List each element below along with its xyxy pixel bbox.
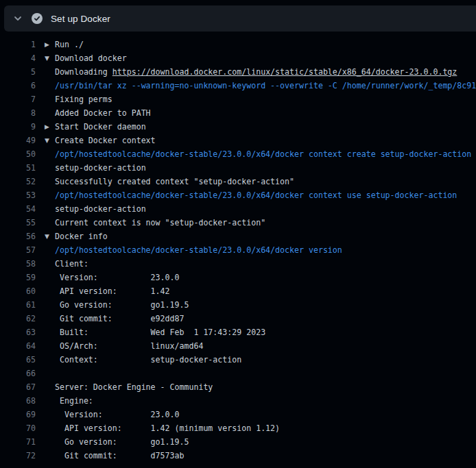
log-line: 66	[0, 367, 476, 380]
log-line: 71 Go version: go1.19.5	[0, 435, 476, 449]
line-number[interactable]: 54	[0, 202, 36, 216]
log-line: 8Added Docker to PATH	[0, 106, 476, 120]
log-text-segment: OS/Arch: linux/amd64	[55, 341, 203, 351]
log-line: 50/opt/hostedtoolcache/docker-stable/23.…	[0, 147, 476, 161]
log-text-segment: API version: 1.42	[55, 286, 170, 296]
log-group-row[interactable]: 56▼Docker info	[0, 230, 476, 243]
log-text: Download docker	[55, 53, 127, 63]
log-text-segment: /opt/hostedtoolcache/docker-stable/23.0.…	[55, 190, 457, 200]
log-text-segment: Start Docker daemon	[55, 122, 146, 132]
log-text-segment: setup-docker-action	[55, 163, 146, 173]
line-number[interactable]: 63	[0, 325, 36, 339]
log-line: 68 Engine:	[0, 394, 476, 408]
log-text: Version: 23.0.0	[55, 410, 179, 419]
line-number[interactable]: 64	[0, 339, 36, 353]
line-number[interactable]: 62	[0, 312, 36, 325]
log-line: 62 Git commit: e92dd87	[0, 312, 476, 325]
line-number[interactable]: 49	[0, 134, 36, 147]
line-number[interactable]: 9	[0, 120, 36, 134]
log-text-segment: Current context is now "setup-docker-act…	[55, 218, 265, 227]
log-text-segment: Downloading	[55, 67, 112, 77]
log-text: Context: setup-docker-action	[55, 355, 241, 365]
log-line: 67Server: Docker Engine - Community	[0, 380, 476, 394]
log-line: 63 Built: Wed Feb 1 17:43:29 2023	[0, 325, 476, 339]
log-text: Engine:	[55, 396, 93, 406]
line-number[interactable]: 7	[0, 93, 36, 106]
log-text-segment: Download docker	[55, 53, 127, 63]
log-text-segment: /opt/hostedtoolcache/docker-stable/23.0.…	[55, 149, 476, 159]
line-number[interactable]: 58	[0, 257, 36, 271]
log-text: Built: Wed Feb 1 17:43:29 2023	[55, 328, 265, 337]
line-number[interactable]: 68	[0, 394, 36, 408]
line-number[interactable]: 59	[0, 271, 36, 284]
log-line: 51setup-docker-action	[0, 161, 476, 175]
log-text-segment: Context: setup-docker-action	[55, 355, 241, 365]
log-text-segment: Engine:	[55, 396, 93, 406]
log-text-segment: setup-docker-action	[55, 204, 146, 214]
line-number[interactable]: 67	[0, 380, 36, 394]
log-text: Downloading https://download.docker.com/…	[55, 67, 457, 77]
log-text-segment: Fixing perms	[55, 95, 112, 104]
log-text: Go version: go1.19.5	[55, 300, 189, 310]
line-number[interactable]: 66	[0, 367, 36, 380]
log-line: 69 Version: 23.0.0	[0, 408, 476, 421]
log-line: 55Current context is now "setup-docker-a…	[0, 216, 476, 230]
line-number[interactable]: 72	[0, 449, 36, 463]
log-group-row[interactable]: 49▼Create Docker context	[0, 134, 476, 147]
log-link[interactable]: https://download.docker.com/linux/static…	[112, 67, 457, 77]
step-header[interactable]: Set up Docker	[4, 5, 476, 32]
log-text-segment: API version: 1.42 (minimum version 1.12)	[55, 423, 280, 433]
log-text: Version: 23.0.0	[55, 273, 179, 282]
log-text-segment: Version: 23.0.0	[55, 410, 179, 419]
triangle-down-icon: ▼	[45, 51, 49, 65]
chevron-down-icon[interactable]	[12, 13, 23, 24]
log-text: setup-docker-action	[55, 204, 146, 214]
log-group-row[interactable]: 4▼Download docker	[0, 51, 476, 65]
log-line: 6/usr/bin/tar xz --warning=no-unknown-ke…	[0, 79, 476, 93]
log-text-segment: Client:	[55, 259, 88, 269]
log-line: 57/opt/hostedtoolcache/docker-stable/23.…	[0, 243, 476, 257]
check-circle-icon	[32, 13, 43, 24]
log-text: /opt/hostedtoolcache/docker-stable/23.0.…	[55, 190, 457, 200]
log-viewer: 1▶Run ./4▼Download docker5Downloading ht…	[0, 32, 476, 463]
line-number[interactable]: 60	[0, 284, 36, 298]
line-number[interactable]: 65	[0, 353, 36, 367]
line-number[interactable]: 69	[0, 408, 36, 421]
line-number[interactable]: 56	[0, 230, 36, 243]
line-number[interactable]: 1	[0, 38, 36, 51]
line-number[interactable]: 52	[0, 175, 36, 188]
log-text-segment: Docker info	[55, 232, 108, 241]
line-number[interactable]: 57	[0, 243, 36, 257]
line-number[interactable]: 50	[0, 147, 36, 161]
log-text: /opt/hostedtoolcache/docker-stable/23.0.…	[55, 245, 342, 255]
line-number[interactable]: 51	[0, 161, 36, 175]
log-text: Run ./	[55, 40, 84, 49]
line-number[interactable]: 6	[0, 79, 36, 93]
line-number[interactable]: 70	[0, 421, 36, 435]
log-group-row[interactable]: 1▶Run ./	[0, 38, 476, 51]
log-line: 52Successfully created context "setup-do…	[0, 175, 476, 188]
line-number[interactable]: 4	[0, 51, 36, 65]
log-text: Server: Docker Engine - Community	[55, 382, 213, 392]
line-number[interactable]: 5	[0, 65, 36, 79]
triangle-right-icon: ▶	[45, 38, 49, 51]
line-number[interactable]: 71	[0, 435, 36, 449]
log-text-segment: Built: Wed Feb 1 17:43:29 2023	[55, 328, 265, 337]
log-text: /usr/bin/tar xz --warning=no-unknown-key…	[55, 81, 476, 90]
line-number[interactable]: 53	[0, 188, 36, 202]
step-title: Set up Docker	[51, 14, 110, 24]
log-text: Current context is now "setup-docker-act…	[55, 218, 265, 227]
log-group-row[interactable]: 9▶Start Docker daemon	[0, 120, 476, 134]
log-text: setup-docker-action	[55, 163, 146, 173]
log-text: API version: 1.42 (minimum version 1.12)	[55, 423, 280, 433]
log-text: Git commit: d7573ab	[55, 451, 184, 460]
log-text-segment: /opt/hostedtoolcache/docker-stable/23.0.…	[55, 245, 342, 255]
log-text: API version: 1.42	[55, 286, 170, 296]
log-text-segment: Version: 23.0.0	[55, 273, 179, 282]
line-number[interactable]: 61	[0, 298, 36, 312]
log-text-segment: Server: Docker Engine - Community	[55, 382, 213, 392]
line-number[interactable]: 8	[0, 106, 36, 120]
log-line: 54setup-docker-action	[0, 202, 476, 216]
log-line: 64 OS/Arch: linux/amd64	[0, 339, 476, 353]
line-number[interactable]: 55	[0, 216, 36, 230]
